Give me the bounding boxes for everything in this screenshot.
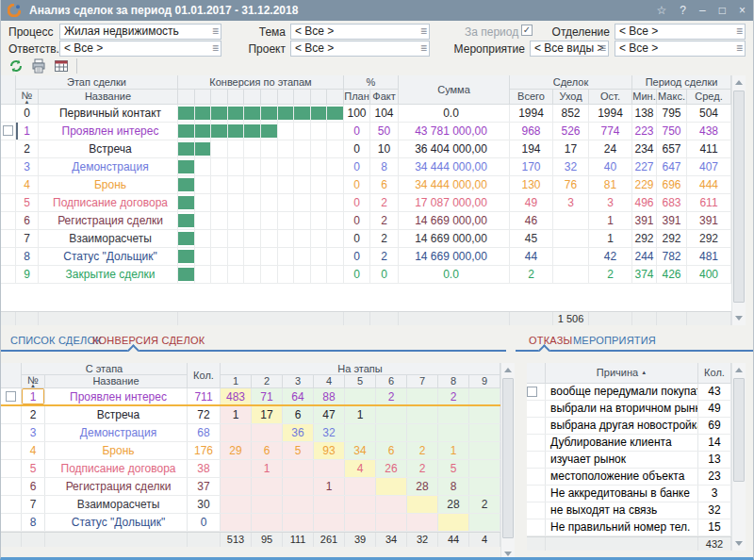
menu-icon[interactable]: ≡ — [736, 41, 743, 56]
row-select-cell[interactable] — [1, 176, 16, 193]
scroll-up-icon[interactable] — [732, 75, 746, 90]
stage-row[interactable]: 5Подписание договора0217 087 000,0049334… — [1, 194, 731, 212]
close-icon[interactable]: × — [739, 4, 746, 17]
scroll-down-icon[interactable] — [732, 311, 746, 325]
name-header[interactable]: Название — [39, 90, 178, 105]
num-header[interactable]: №▲ — [16, 90, 39, 105]
stage-row[interactable]: 7Взаиморасчеты0214 669 000,0045129229229… — [1, 230, 731, 248]
row-select-cell[interactable] — [1, 442, 22, 459]
row-select-cell[interactable] — [1, 424, 22, 441]
name-header[interactable]: Название — [45, 375, 188, 388]
row-select-cell[interactable] — [1, 123, 16, 140]
conversion-row[interactable]: 4Бронь17629659334621 — [1, 442, 500, 460]
maximize-icon[interactable]: □ — [719, 4, 726, 17]
max-header[interactable]: Макс. — [657, 90, 687, 105]
row-checkbox[interactable] — [6, 391, 16, 402]
stage-row[interactable]: 3Демонстрация0834 444 000,00170324022764… — [1, 158, 731, 176]
tab-refusals[interactable]: ОТКАЗЫ — [529, 335, 572, 346]
stage-col-header[interactable]: 1 — [221, 375, 252, 388]
help-icon[interactable]: ? — [680, 4, 686, 17]
refusal-row[interactable]: местоположение объекта23 — [527, 469, 731, 486]
conversion-scrollbar[interactable] — [500, 363, 515, 560]
za-period-checkbox[interactable]: ✓ — [521, 25, 533, 36]
row-select-cell[interactable] — [1, 406, 22, 423]
row-select-cell[interactable] — [1, 194, 16, 211]
refusal-row[interactable]: выбрана другая новостройка69 — [527, 418, 731, 435]
reason-header[interactable]: Причина ▲ — [546, 363, 698, 384]
menu-icon[interactable]: ≡ — [212, 41, 219, 56]
stage-col-header[interactable]: 9 — [469, 375, 500, 388]
stage-col-header[interactable]: 5 — [345, 375, 376, 388]
from-stage-group-header[interactable]: С этапа — [22, 363, 188, 375]
stage-row[interactable]: 8Статус "Дольщик"0214 669 000,0044422447… — [1, 248, 731, 266]
row-select-cell[interactable] — [527, 519, 546, 535]
stage-col-header[interactable]: 7 — [407, 375, 438, 388]
stage-row[interactable]: 0Первичный контакт1001040.01994852199413… — [1, 105, 731, 123]
num-header[interactable]: №▲ — [22, 375, 45, 388]
period-group-header[interactable]: Период сделки — [632, 75, 731, 90]
row-select-cell[interactable] — [527, 469, 546, 485]
row-select-cell[interactable] — [1, 158, 16, 175]
conversion-row[interactable]: 7Взаиморасчеты30282 — [1, 496, 500, 514]
conversion-row[interactable]: 2Встреча721176471 — [1, 406, 500, 424]
conversion-row[interactable]: 5Подписание договора38142625 — [1, 460, 500, 478]
stage-col-header[interactable]: 8 — [438, 375, 469, 388]
print-icon[interactable] — [31, 58, 46, 74]
avg-header[interactable]: Сред. — [687, 90, 731, 105]
tab-deal-conversion[interactable]: КОНВЕРСИЯ СДЕЛОК — [92, 335, 205, 346]
process-field[interactable]: Жилая недвижимость≡ — [59, 24, 221, 40]
event-field[interactable]: < Все >≡ — [615, 41, 746, 57]
row-select-cell[interactable] — [1, 140, 16, 157]
conversion-row[interactable]: 3Демонстрация683632 — [1, 424, 500, 442]
row-select-cell[interactable] — [527, 384, 546, 400]
department-field[interactable]: < Все >≡ — [615, 24, 746, 40]
stage-row[interactable]: 2Встреча01036 404 000,001941724234657411 — [1, 140, 731, 158]
scroll-down-icon[interactable] — [732, 536, 746, 551]
plan-header[interactable]: План — [344, 90, 370, 105]
row-select-cell[interactable] — [527, 435, 546, 451]
refusal-row[interactable]: вообще передумали покупать43 — [527, 384, 731, 401]
menu-icon[interactable]: ≡ — [212, 25, 219, 39]
stage-row[interactable]: 1Проявлен интерес05043 781 000,009685267… — [1, 123, 731, 140]
minimize-icon[interactable]: – — [699, 4, 706, 17]
stage-col-header[interactable]: 2 — [252, 375, 283, 388]
count-header[interactable]: Кол. — [188, 363, 221, 388]
stage-row[interactable]: 6Регистрация сделки0214 669 000,00461391… — [1, 212, 731, 230]
percent-group-header[interactable]: % — [344, 75, 399, 90]
stage-row[interactable]: 9Закрытие сделки000.022374426400 — [1, 266, 731, 284]
row-select-cell[interactable] — [527, 452, 546, 468]
main-table-scrollbar[interactable] — [731, 75, 746, 325]
row-select-cell[interactable] — [1, 248, 16, 265]
conversion-row[interactable]: 1Проявлен интерес71148371648822 — [1, 388, 500, 406]
menu-icon[interactable]: ≡ — [420, 25, 427, 39]
total-header[interactable]: Всего — [510, 90, 553, 105]
tab-events[interactable]: МЕРОПРИЯТИЯ — [573, 335, 656, 346]
tab-deal-list[interactable]: СПИСОК СДЕЛОК — [10, 335, 102, 346]
stage-col-header[interactable]: 3 — [283, 375, 314, 388]
conversion-row[interactable]: 6Регистрация сделки371288 — [1, 478, 500, 496]
sum-header[interactable]: Сумма — [399, 75, 510, 105]
row-select-cell[interactable] — [527, 486, 546, 502]
row-select-cell[interactable] — [1, 388, 22, 404]
row-select-cell[interactable] — [527, 401, 546, 417]
row-select-cell[interactable] — [1, 266, 16, 283]
event-type-field[interactable]: < Все виды >≡ — [530, 41, 609, 57]
refusal-row[interactable]: изучает рынок13 — [527, 452, 731, 469]
refusal-row[interactable]: выбрали на вторичном рынке49 — [527, 401, 731, 418]
refusal-row[interactable]: Дублирование клиента14 — [527, 435, 731, 452]
theme-field[interactable]: < Все >≡ — [290, 24, 430, 40]
scroll-up-icon[interactable] — [732, 363, 746, 377]
rest-header[interactable]: Ост. — [589, 90, 632, 105]
stage-group-header[interactable]: Этап сделки — [16, 75, 178, 90]
conversion-group-header[interactable]: Конверсия по этапам — [178, 75, 344, 90]
scroll-up-icon[interactable] — [501, 363, 515, 377]
stage-col-header[interactable]: 4 — [314, 375, 345, 388]
row-select-cell[interactable] — [1, 105, 16, 122]
refusal-row[interactable]: Не аккредитованы в банке3 — [527, 486, 731, 502]
export-table-icon[interactable] — [54, 58, 69, 74]
min-header[interactable]: Мин. — [632, 90, 657, 105]
row-select-cell[interactable] — [1, 230, 16, 247]
menu-icon[interactable]: ≡ — [599, 41, 606, 56]
deals-group-header[interactable]: Сделок — [510, 75, 632, 90]
row-select-cell[interactable] — [1, 212, 16, 229]
